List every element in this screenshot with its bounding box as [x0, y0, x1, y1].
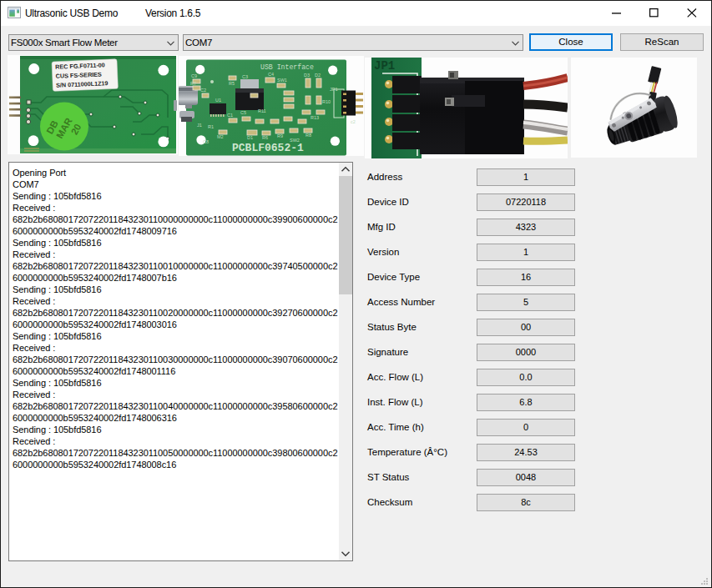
svg-text:R6: R6	[262, 135, 268, 140]
svg-text:C1: C1	[227, 113, 233, 118]
svg-text:C8: C8	[203, 139, 209, 144]
svg-text:C3: C3	[242, 74, 248, 79]
svg-text:PCBLF0652-1: PCBLF0652-1	[232, 142, 304, 154]
svg-text:J1: J1	[197, 123, 202, 128]
svg-text:C9: C9	[191, 73, 197, 78]
svg-text:R11: R11	[258, 108, 266, 113]
svg-text:R13: R13	[311, 115, 319, 120]
svg-text:SW1: SW1	[277, 78, 287, 83]
svg-text:C4: C4	[268, 72, 274, 77]
svg-text:SW2: SW2	[290, 138, 300, 143]
svg-text:R8: R8	[306, 133, 311, 138]
svg-text:USB Interface: USB Interface	[260, 63, 314, 71]
svg-text:R10: R10	[322, 99, 331, 104]
svg-text:D2: D2	[315, 73, 321, 78]
svg-text:U1: U1	[215, 98, 221, 103]
svg-text:M2: M2	[217, 134, 224, 139]
svg-text:R7: R7	[190, 81, 196, 86]
svg-text:JP1: JP1	[374, 59, 395, 73]
svg-text:C2: C2	[200, 88, 206, 93]
svg-text:R1: R1	[208, 124, 214, 129]
svg-text:R5: R5	[229, 81, 235, 86]
svg-text:c2: c2	[351, 119, 356, 124]
svg-text:C5: C5	[240, 110, 246, 115]
svg-text:D3: D3	[304, 73, 310, 78]
svg-text:R9: R9	[277, 133, 283, 138]
svg-text:D1: D1	[247, 135, 253, 140]
